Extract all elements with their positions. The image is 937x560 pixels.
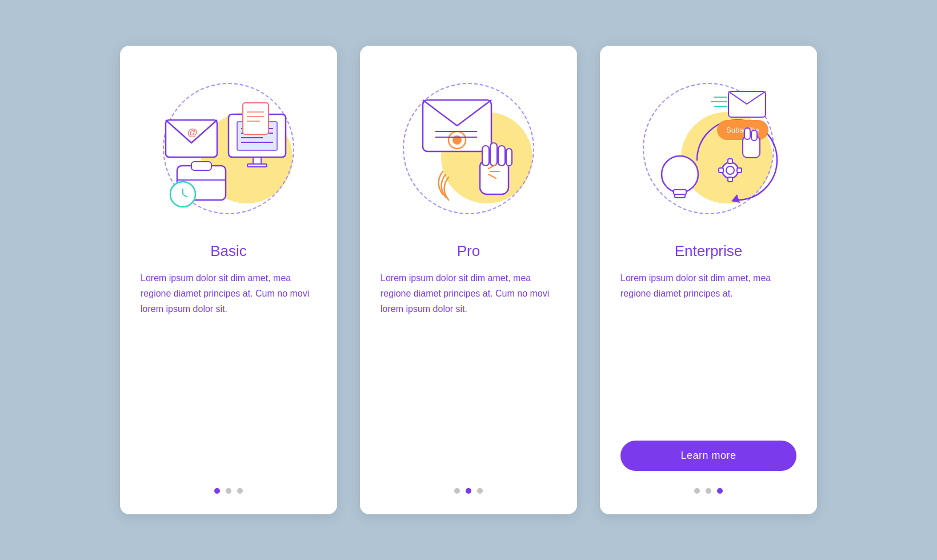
svg-point-41 [726, 166, 734, 174]
pro-title: Pro [457, 242, 480, 260]
svg-text:@: @ [187, 127, 198, 138]
svg-rect-28 [498, 146, 505, 166]
basic-desc: Lorem ipsum dolor sit dim amet, mea regi… [141, 270, 317, 469]
dot-1 [214, 488, 220, 494]
svg-rect-27 [490, 143, 497, 166]
svg-rect-16 [243, 103, 269, 134]
svg-rect-0 [166, 120, 217, 157]
dot-1 [454, 488, 460, 494]
svg-rect-39 [675, 194, 685, 198]
dot-2 [466, 488, 471, 494]
enterprise-illustration: Subscribe [628, 69, 788, 229]
basic-illustration: @ [149, 69, 309, 229]
svg-rect-9 [247, 164, 267, 167]
dot-3 [237, 488, 243, 494]
svg-point-37 [662, 156, 698, 193]
svg-rect-38 [674, 190, 686, 194]
basic-card: @ [120, 46, 337, 514]
cards-container: @ [120, 46, 817, 514]
svg-marker-46 [731, 194, 740, 203]
pro-illustration [389, 69, 548, 229]
svg-rect-43 [728, 177, 732, 182]
svg-rect-44 [719, 168, 723, 173]
pro-desc: Lorem ipsum dolor sit dim amet, mea regi… [381, 270, 556, 469]
svg-rect-45 [737, 168, 742, 173]
dot-2 [706, 488, 711, 494]
svg-rect-8 [253, 157, 261, 164]
pro-dots [454, 482, 483, 494]
enterprise-card: Subscribe Enterprise Lorem ipsum dolor s… [600, 46, 817, 514]
svg-rect-50 [744, 128, 750, 139]
svg-rect-51 [751, 130, 757, 141]
svg-rect-26 [482, 146, 489, 166]
learn-more-button[interactable]: Learn more [620, 441, 796, 471]
basic-dots [214, 482, 243, 494]
enterprise-dots [694, 482, 723, 494]
dot-2 [226, 488, 231, 494]
dot-1 [694, 488, 700, 494]
basic-title: Basic [210, 242, 247, 260]
svg-rect-42 [728, 159, 732, 163]
dot-3 [717, 488, 723, 494]
pro-card: Pro Lorem ipsum dolor sit dim amet, mea … [360, 46, 577, 514]
svg-rect-11 [191, 162, 211, 170]
enterprise-title: Enterprise [675, 242, 743, 260]
dot-3 [477, 488, 483, 494]
svg-rect-29 [506, 149, 512, 166]
enterprise-desc: Lorem ipsum dolor sit dim amet, mea regi… [620, 270, 796, 427]
